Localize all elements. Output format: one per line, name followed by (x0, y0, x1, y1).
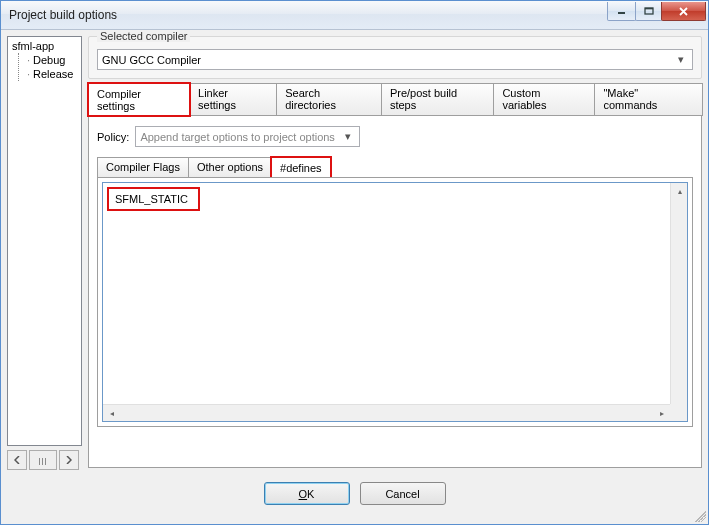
sub-tab-body: SFML_STATIC ▴ ◂ ▸ (97, 177, 693, 427)
main-tabs-container: Compiler settings Linker settings Search… (88, 83, 702, 468)
close-icon (678, 7, 689, 16)
tree-root[interactable]: sfml-app (10, 39, 79, 53)
ok-label-rest: K (307, 488, 314, 500)
subtab-defines[interactable]: #defines (271, 157, 331, 178)
titlebar: Project build options (1, 1, 708, 30)
columns: sfml-app ·Debug ·Release ||| Selected co… (7, 36, 702, 466)
maximize-icon (644, 7, 654, 15)
policy-combo[interactable]: Append target options to project options… (135, 126, 360, 147)
client-area: sfml-app ·Debug ·Release ||| Selected co… (1, 30, 708, 524)
tree-line-icon: · (27, 68, 30, 80)
targets-tree[interactable]: sfml-app ·Debug ·Release (7, 36, 82, 446)
resize-grip[interactable] (692, 508, 706, 522)
chevron-left-icon (14, 456, 20, 464)
tree-leaf-debug[interactable]: ·Debug (25, 53, 79, 67)
scroll-right-icon: ▸ (653, 405, 670, 422)
tree-line-icon: · (27, 54, 30, 66)
defines-highlight: SFML_STATIC (107, 187, 200, 211)
policy-combo-value: Append target options to project options (140, 131, 334, 143)
defines-textarea[interactable] (103, 183, 670, 404)
minimize-icon (617, 7, 627, 15)
cancel-label: Cancel (385, 488, 419, 500)
close-button[interactable] (661, 2, 706, 21)
right-pane: Selected compiler GNU GCC Compiler ▾ Com… (88, 36, 702, 466)
scroll-left-icon: ◂ (103, 405, 120, 422)
selected-compiler-label: Selected compiler (97, 30, 190, 42)
sub-tabs: Compiler Flags Other options #defines (97, 157, 693, 178)
tree-leaf-label: Debug (33, 54, 65, 66)
svg-rect-0 (618, 12, 625, 14)
horizontal-scrollbar[interactable]: ◂ ▸ (103, 404, 670, 421)
chevron-right-icon (66, 456, 72, 464)
tab-search-directories[interactable]: Search directories (276, 83, 382, 116)
tab-pre-post-build[interactable]: Pre/post build steps (381, 83, 495, 116)
policy-label: Policy: (97, 131, 129, 143)
main-tabs: Compiler settings Linker settings Search… (88, 83, 702, 116)
scroll-up-icon: ▴ (671, 183, 688, 200)
vertical-scrollbar[interactable]: ▴ (670, 183, 687, 404)
dialog-buttons: OK Cancel (7, 482, 702, 505)
tree-prev-button[interactable] (7, 450, 27, 470)
tree-branch: ·Debug ·Release (18, 53, 79, 81)
tab-linker-settings[interactable]: Linker settings (189, 83, 277, 116)
chevron-down-icon: ▾ (673, 53, 688, 66)
ok-button[interactable]: OK (264, 482, 350, 505)
tree-next-button[interactable] (59, 450, 79, 470)
tree-nav-buttons: ||| (7, 450, 82, 470)
compiler-combo[interactable]: GNU GCC Compiler ▾ (97, 49, 693, 70)
targets-panel: sfml-app ·Debug ·Release ||| (7, 36, 82, 466)
tab-compiler-settings[interactable]: Compiler settings (88, 83, 190, 116)
chevron-down-icon: ▾ (340, 130, 355, 143)
scroll-corner (670, 404, 687, 421)
subtab-compiler-flags[interactable]: Compiler Flags (97, 157, 189, 178)
defines-box: SFML_STATIC ▴ ◂ ▸ (102, 182, 688, 422)
minimize-button[interactable] (607, 2, 636, 21)
maximize-button[interactable] (635, 2, 662, 21)
main-tab-body: Policy: Append target options to project… (88, 115, 702, 468)
cancel-button[interactable]: Cancel (360, 482, 446, 505)
window-buttons (608, 1, 708, 29)
policy-row: Policy: Append target options to project… (97, 126, 693, 147)
compiler-combo-value: GNU GCC Compiler (102, 54, 201, 66)
tree-leaf-release[interactable]: ·Release (25, 67, 79, 81)
subtab-other-options[interactable]: Other options (188, 157, 272, 178)
tree-mid-button[interactable]: ||| (29, 450, 57, 470)
tree-leaf-label: Release (33, 68, 73, 80)
selected-compiler-group: Selected compiler GNU GCC Compiler ▾ (88, 36, 702, 79)
window-title: Project build options (9, 8, 117, 22)
tab-make-commands[interactable]: "Make" commands (594, 83, 703, 116)
tab-custom-variables[interactable]: Custom variables (493, 83, 595, 116)
